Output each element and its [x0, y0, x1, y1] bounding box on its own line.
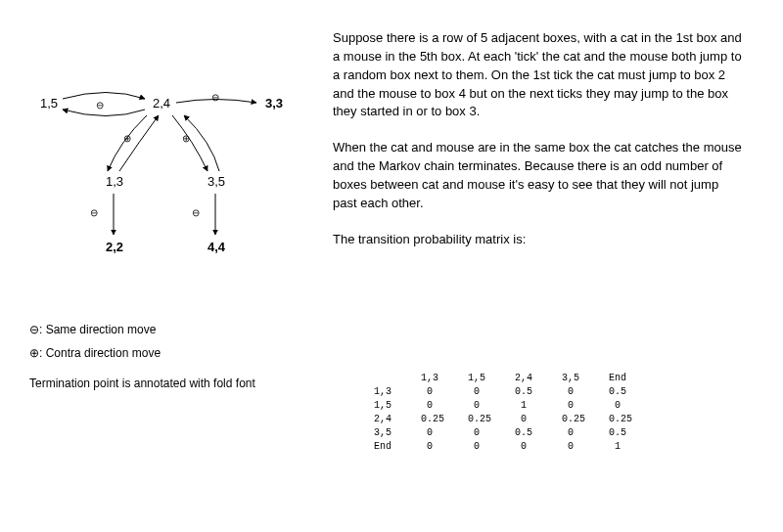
node-2-4: 2,4	[147, 96, 176, 111]
edge-label-3: ⊕	[123, 133, 131, 144]
state-diagram: 1,5 2,4 3,3 1,3 3,5 2,2 4,4 ⊖ ⊖ ⊕ ⊕ ⊖ ⊖	[29, 88, 303, 284]
node-1-3: 1,3	[100, 174, 129, 189]
edge-label-4: ⊕	[182, 133, 190, 144]
paragraph-2: When the cat and mouse are in the same b…	[333, 139, 744, 212]
paragraph-1: Suppose there is a row of 5 adjacent box…	[333, 29, 744, 121]
node-2-2: 2,2	[100, 240, 129, 254]
node-3-3: 3,3	[259, 96, 289, 111]
diagram-arrows	[29, 88, 303, 284]
edge-label-6: ⊖	[192, 207, 200, 218]
paragraph-3: The transition probability matrix is:	[333, 231, 744, 249]
node-4-4: 4,4	[202, 240, 231, 254]
legend-contra: ⊕: Contra direction move	[29, 341, 161, 365]
edge-label-5: ⊖	[90, 207, 98, 218]
transition-matrix: 1,3 1,5 2,4 3,5 End 1,3 0 0 0.5 0 0.5 1,…	[362, 372, 644, 454]
diagram-panel: 1,5 2,4 3,3 1,3 3,5 2,2 4,4 ⊖ ⊖ ⊕ ⊕ ⊖ ⊖	[29, 88, 323, 284]
legend-same: ⊖: Same direction move	[29, 318, 161, 341]
legend: ⊖: Same direction move ⊕: Contra directi…	[29, 318, 161, 365]
node-1-5: 1,5	[34, 96, 64, 111]
edge-label-1: ⊖	[96, 100, 104, 111]
footnote: Termination point is annotated with fold…	[29, 377, 255, 390]
node-3-5: 3,5	[202, 174, 231, 189]
text-panel: Suppose there is a row of 5 adjacent box…	[333, 29, 744, 266]
edge-label-2: ⊖	[211, 92, 219, 103]
